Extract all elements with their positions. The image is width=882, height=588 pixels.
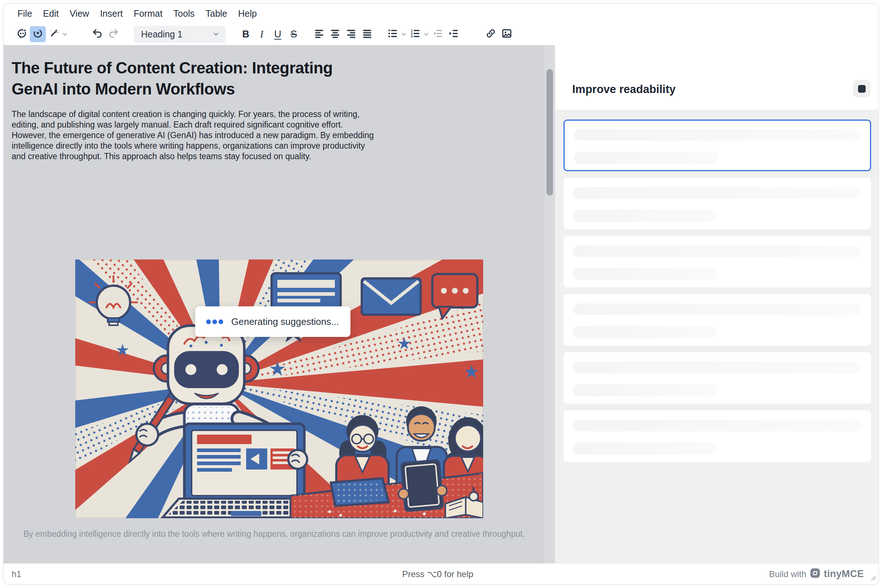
editor-scrollbar[interactable]: [545, 45, 555, 565]
bold-button[interactable]: B: [238, 26, 254, 42]
ai-assistant-button[interactable]: [14, 26, 30, 42]
resize-handle-icon[interactable]: [870, 575, 876, 582]
skeleton-bar: [574, 152, 718, 164]
underline-button[interactable]: U: [270, 26, 286, 42]
suggestion-card-skeleton[interactable]: [563, 294, 871, 346]
sidebar-header: Improve readability: [555, 45, 879, 110]
menu-file[interactable]: File: [12, 6, 38, 21]
skeleton-bar: [573, 268, 717, 280]
suggestion-card-skeleton[interactable]: [563, 178, 871, 230]
skeleton-bar: [573, 420, 861, 431]
suggestion-card-skeleton[interactable]: [563, 236, 871, 288]
italic-icon: I: [260, 29, 264, 40]
skeleton-bar: [573, 442, 717, 454]
menu-format[interactable]: Format: [128, 6, 168, 21]
indent-icon: [448, 28, 459, 40]
improve-readability-sidebar: Improve readability: [555, 45, 879, 565]
redo-button[interactable]: [105, 26, 122, 42]
image-icon: [501, 28, 512, 40]
ai-wand-chevron-icon[interactable]: [61, 26, 68, 42]
toolbar: Heading 1 B I U S 123: [4, 23, 878, 45]
link-button[interactable]: [483, 26, 499, 42]
ai-assistant-icon: [17, 28, 27, 40]
heading-style-select[interactable]: Heading 1: [134, 26, 225, 42]
bullet-list-icon: [387, 28, 398, 40]
underline-icon: U: [274, 29, 281, 40]
suggestion-card-skeleton[interactable]: [563, 120, 871, 171]
branding-brand: tinyMCE: [824, 568, 864, 580]
generating-suggestions-toast: Generating suggestions...: [195, 306, 350, 337]
bullet-list-button[interactable]: [385, 26, 401, 42]
link-icon: [485, 28, 496, 40]
justify-button[interactable]: [359, 26, 375, 42]
help-shortcut-text: Press ⌥0 for help: [402, 569, 473, 579]
align-left-icon: [314, 28, 325, 40]
align-left-button[interactable]: [311, 26, 327, 42]
undo-icon: [92, 28, 103, 40]
menu-edit[interactable]: Edit: [38, 6, 64, 21]
image-button[interactable]: [499, 26, 515, 42]
skeleton-bar: [573, 384, 717, 396]
outdent-icon: [432, 28, 443, 40]
document-paragraph: The landscape of digital content creatio…: [12, 109, 535, 162]
menu-insert[interactable]: Insert: [95, 6, 128, 21]
svg-text:3: 3: [411, 34, 413, 38]
branding-prefix: Build with: [769, 569, 806, 579]
align-center-button[interactable]: [327, 26, 343, 42]
redo-icon: [108, 28, 119, 40]
tinymce-editor-window: File Edit View Insert Format Tools Table…: [3, 3, 879, 585]
image-caption: By embedding intelligence directly into …: [4, 525, 545, 542]
element-path[interactable]: h1: [12, 569, 402, 579]
numbered-list-button[interactable]: 123: [407, 26, 423, 42]
skeleton-bar: [573, 210, 717, 222]
document-title: The Future of Content Creation: Integrat…: [12, 57, 521, 100]
skeleton-bar: [574, 129, 860, 141]
menu-table[interactable]: Table: [200, 6, 233, 21]
stop-button[interactable]: [853, 80, 870, 98]
document-illustration[interactable]: [75, 260, 483, 518]
branding[interactable]: Build with tinyMCE: [769, 568, 864, 580]
skeleton-bar: [573, 362, 861, 373]
italic-button[interactable]: I: [254, 26, 270, 42]
strikethrough-button[interactable]: S: [286, 26, 302, 42]
status-bar: h1 Press ⌥0 for help Build with tinyMCE: [4, 563, 878, 584]
editor-content-area[interactable]: The Future of Content Creation: Integrat…: [4, 45, 545, 565]
ai-wand-button[interactable]: [46, 26, 62, 42]
suggestion-card-skeleton[interactable]: [563, 410, 871, 462]
menu-tools[interactable]: Tools: [168, 6, 200, 21]
loading-dots-icon: [206, 320, 223, 324]
menu-help[interactable]: Help: [233, 6, 262, 21]
justify-icon: [362, 28, 373, 40]
ai-wand-icon: [48, 28, 59, 40]
ai-shortcuts-button[interactable]: [30, 26, 46, 42]
strikethrough-icon: S: [290, 29, 297, 40]
align-right-button[interactable]: [343, 26, 359, 42]
skeleton-bar: [573, 303, 861, 315]
align-center-icon: [330, 28, 341, 40]
suggestion-card-skeleton[interactable]: [563, 352, 871, 404]
menu-bar: File Edit View Insert Format Tools Table…: [4, 4, 878, 23]
indent-button[interactable]: [446, 26, 462, 42]
skeleton-bar: [573, 187, 861, 199]
suggestion-list: [555, 110, 879, 565]
sidebar-title: Improve readability: [572, 83, 676, 96]
bold-icon: B: [242, 29, 249, 40]
skeleton-bar: [573, 245, 861, 257]
toast-label: Generating suggestions...: [231, 316, 339, 327]
stop-icon: [858, 85, 865, 93]
tinymce-logo-icon: [810, 568, 820, 580]
bullet-list-chevron-icon[interactable]: [400, 26, 407, 42]
menu-view[interactable]: View: [64, 6, 95, 21]
skeleton-bar: [573, 326, 717, 338]
align-right-icon: [346, 28, 357, 40]
undo-button[interactable]: [89, 26, 105, 42]
numbered-list-chevron-icon[interactable]: [422, 26, 430, 42]
numbered-list-icon: 123: [410, 28, 421, 40]
heading-style-value: Heading 1: [141, 29, 182, 40]
ai-shortcuts-icon: [32, 28, 43, 40]
scrollbar-thumb[interactable]: [547, 69, 553, 195]
chevron-down-icon: [213, 31, 219, 37]
main-area: The Future of Content Creation: Integrat…: [4, 45, 878, 565]
outdent-button[interactable]: [430, 26, 446, 42]
